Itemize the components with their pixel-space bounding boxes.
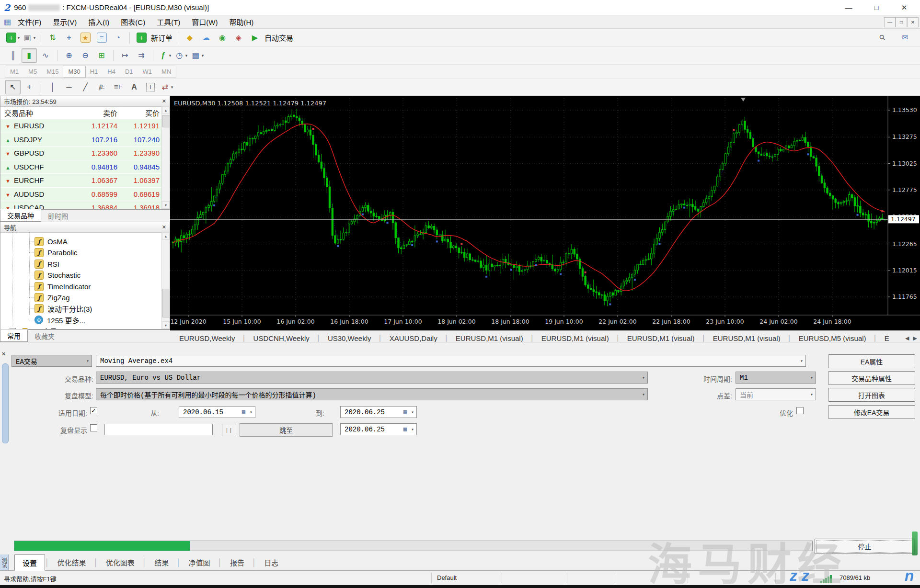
profiles-button[interactable]: ▣▾ (22, 31, 37, 45)
dropdown-icon[interactable]: ▾ (34, 35, 36, 40)
navigator-item-ZigZag[interactable]: ƒZigZag (0, 292, 161, 303)
chart-tab[interactable]: E (877, 334, 897, 342)
chart-tab[interactable]: EURUSD,M1 (visual) (620, 334, 702, 342)
navigator-item-EA交易[interactable]: -EA交易 (0, 326, 161, 329)
menu-帮助[interactable]: 帮助(H) (223, 15, 259, 28)
zoom-out-button[interactable]: ⊖ (78, 48, 93, 63)
tile-windows-button[interactable]: ⊞ (94, 48, 109, 63)
indicators-button[interactable]: ƒ▾ (157, 48, 172, 63)
minimize-button[interactable]: — (835, 0, 862, 15)
zoom-in-button[interactable]: ⊕ (61, 48, 77, 63)
periods-button[interactable]: ◷▾ (173, 48, 189, 63)
hline-button[interactable]: ─ (61, 80, 77, 94)
timeframe-mn[interactable]: MN (157, 66, 176, 77)
modify-expert-button[interactable]: 修改EA交易 (828, 405, 915, 419)
tester-drag-strip[interactable] (2, 363, 9, 443)
menu-文件[interactable]: 文件(F) (12, 15, 47, 28)
chart-tab[interactable]: EURUSD,Weekly (172, 334, 242, 342)
scrollbar-thumb[interactable] (162, 115, 170, 127)
stop-button[interactable]: 停止 (815, 539, 915, 554)
symbol-select[interactable]: EURUSD, Euro vs US Dollar▾ (96, 372, 648, 384)
child-restore-button[interactable]: □ (896, 17, 907, 27)
market-watch-scrollbar[interactable]: ▲ ▼ (161, 106, 170, 209)
timeframe-h4[interactable]: H4 (103, 66, 120, 77)
child-minimize-button[interactable]: — (884, 17, 896, 27)
tester-tab-净值图[interactable]: 净值图 (181, 554, 218, 570)
timeframe-w1[interactable]: W1 (138, 66, 157, 77)
close-button[interactable]: ✕ (890, 0, 918, 15)
symbol-properties-button[interactable]: 交易品种属性 (828, 371, 915, 385)
market-watch-row[interactable]: ▼EURCHF1.063671.06397 (0, 174, 170, 188)
expert-properties-button[interactable]: EA属性 (828, 354, 915, 368)
visual-speed-slider[interactable] (104, 424, 213, 435)
navigator-item-1255 更多...[interactable]: ⊕1255 更多... (0, 315, 161, 326)
chart-tab[interactable]: EURUSD,M1 (visual) (534, 334, 616, 342)
label-button[interactable]: T (143, 80, 158, 94)
pause-button[interactable]: | | (222, 424, 236, 436)
chart-tab[interactable]: EURUSD,M1 (visual) (448, 334, 530, 342)
navigator-item-RSI[interactable]: ƒRSI (0, 259, 161, 270)
close-icon[interactable]: ✕ (162, 224, 166, 230)
navigator-button[interactable]: ★ (78, 31, 93, 45)
chart-tab[interactable]: EURUSD,M5 (visual) (792, 334, 874, 342)
timeframe-m15[interactable]: M15 (42, 66, 63, 77)
tester-tab-优化图表[interactable]: 优化图表 (98, 554, 142, 570)
community-button[interactable]: ☁ (198, 31, 214, 45)
chart-tab[interactable]: XAUUSD,Daily (382, 334, 445, 342)
scroll-left-icon[interactable]: ◀ (905, 335, 909, 341)
new-order-label[interactable]: 新订单 (151, 33, 172, 43)
tester-tab-结果[interactable]: 结果 (147, 554, 176, 570)
market-watch-row[interactable]: ▼USDCAD1.368841.36918 (0, 201, 170, 209)
market-button[interactable]: ◈ (231, 31, 246, 45)
expand-icon[interactable]: - (10, 328, 16, 329)
skip-date-field[interactable]: 2020.06.25▦▾ (340, 423, 417, 435)
use-date-checkbox[interactable]: ✓ (90, 407, 97, 414)
signals-button[interactable]: ◉ (215, 31, 230, 45)
scroll-right-icon[interactable]: ▶ (913, 335, 917, 341)
expert-select[interactable]: Moving Average.ex4▾ (96, 355, 806, 367)
timeframe-m1[interactable]: M1 (5, 66, 23, 77)
market-watch-row[interactable]: ▼EURUSD1.121741.12191 (0, 119, 170, 133)
close-icon[interactable]: ✕ (1, 351, 6, 357)
tester-mode-select[interactable]: EA交易▾ (12, 355, 92, 367)
text-button[interactable]: A (126, 80, 142, 94)
dropdown-icon[interactable]: ▾ (202, 53, 204, 58)
tab-交易品种[interactable]: 交易品种 (0, 209, 41, 222)
open-chart-button[interactable]: 打开图表 (828, 388, 915, 402)
spread-select[interactable]: 当前▾ (736, 388, 816, 400)
dropdown-icon[interactable]: ▾ (185, 53, 188, 58)
dropdown-icon[interactable]: ▾ (171, 85, 173, 90)
timeframe-d1[interactable]: D1 (120, 66, 138, 77)
chart-tab[interactable]: USDCNH,Weekly (246, 334, 317, 342)
navigator-item-Stochastic[interactable]: ƒStochastic (0, 270, 161, 281)
vline-button[interactable]: │ (45, 80, 60, 94)
market-watch-button[interactable]: ⇅ (45, 31, 60, 45)
timeframe-h1[interactable]: H1 (85, 66, 103, 77)
maximize-button[interactable]: □ (862, 0, 890, 15)
navigator-scrollbar[interactable]: ▲ ▼ (161, 232, 170, 329)
scroll-down-icon[interactable]: ▼ (162, 321, 170, 329)
period-select[interactable]: M1▾ (736, 372, 816, 384)
menu-插入[interactable]: 插入(I) (82, 15, 115, 28)
dropdown-icon[interactable]: ▾ (169, 53, 172, 58)
market-watch-row[interactable]: ▼GBPUSD1.233601.23390 (0, 147, 170, 160)
terminal-button[interactable]: ≡ (94, 31, 109, 45)
tester-tab-报告[interactable]: 报告 (222, 554, 252, 570)
scroll-up-icon[interactable]: ▲ (162, 232, 170, 240)
chart-tab[interactable]: EURUSD,M1 (visual) (706, 334, 788, 342)
tab-即时图[interactable]: 即时图 (41, 210, 75, 222)
autotrading-button[interactable]: ▶ (247, 31, 263, 45)
price-chart[interactable]: 1.135301.132751.130251.127751.125201.122… (170, 96, 920, 330)
scroll-up-icon[interactable]: ▲ (162, 106, 170, 114)
crosshair-button[interactable]: + (22, 80, 37, 94)
dropdown-icon[interactable]: ▾ (18, 35, 20, 40)
navigator-item-波动干分比(3)[interactable]: ƒ波动干分比(3) (0, 303, 161, 314)
skip-to-button[interactable]: 跳至 (240, 423, 333, 437)
child-close-button[interactable]: ✕ (907, 17, 919, 27)
market-watch-row[interactable]: ▲USDJPY107.216107.240 (0, 133, 170, 147)
market-watch-row[interactable]: ▼AUDUSD0.685990.68619 (0, 188, 170, 202)
channel-button[interactable]: ∥E (94, 80, 109, 94)
metaeditor-button[interactable]: ◆ (182, 31, 197, 45)
chart-tab[interactable]: US30,Weekly (321, 334, 379, 342)
new-chart-button[interactable]: +▾ (5, 31, 21, 45)
